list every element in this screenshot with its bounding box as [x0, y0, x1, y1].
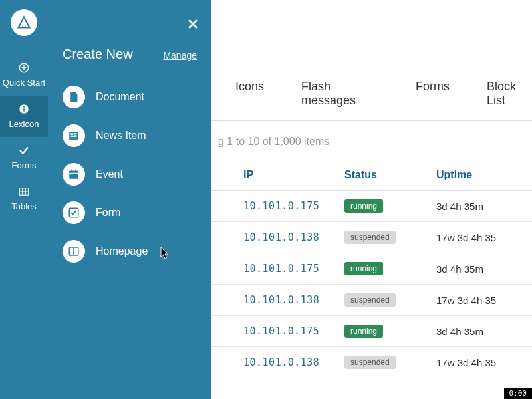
nav-label: Forms [12, 160, 37, 170]
cell-uptime: 17w 3d 4h 35 [436, 357, 532, 368]
nav-rail: Quick StartLexiconFormsTables [0, 0, 48, 399]
triangle-icon [17, 15, 31, 30]
main-content: IconsFlash messagesFormsBlock List g 1 t… [211, 0, 532, 399]
nav-label: Quick Start [3, 78, 45, 88]
svg-rect-12 [69, 171, 78, 173]
svg-point-3 [23, 106, 25, 108]
tab-icons[interactable]: Icons [235, 80, 264, 108]
cell-uptime: 3d 4h 35m [436, 263, 532, 275]
manage-link[interactable]: Manage [163, 50, 197, 61]
status-badge: suspended [344, 293, 396, 307]
cell-status: running [344, 325, 436, 338]
cell-uptime: 3d 4h 35m [436, 326, 532, 337]
columns-icon [63, 240, 85, 263]
close-icon[interactable] [188, 19, 198, 32]
plus-circle-icon [18, 61, 30, 74]
cell-status: suspended [344, 293, 436, 307]
th-status[interactable]: Status [344, 169, 436, 181]
create-item-label: Form [96, 207, 120, 219]
table-row[interactable]: 10.101.0.175running3d 4h 35m [211, 253, 532, 285]
svg-rect-5 [69, 132, 78, 140]
cell-status: running [344, 262, 436, 275]
th-uptime[interactable]: Uptime [436, 169, 532, 181]
app-logo[interactable] [11, 9, 37, 36]
cell-status: running [344, 200, 436, 213]
check-square-icon [63, 201, 85, 224]
cell-status: suspended [344, 231, 436, 244]
grid-icon [18, 185, 30, 198]
nav-label: Tables [11, 201, 37, 211]
cell-uptime: 17w 3d 4h 35 [436, 232, 532, 243]
cell-ip: 10.101.0.175 [211, 325, 344, 337]
create-item-label: Homepage [96, 245, 148, 257]
svg-rect-14 [71, 170, 72, 172]
nav-item-quick-start[interactable]: Quick Start [0, 55, 48, 96]
calendar-icon [63, 163, 85, 186]
cell-uptime: 3d 4h 35m [436, 201, 532, 212]
svg-rect-2 [23, 108, 25, 112]
cursor-icon [160, 247, 171, 263]
table-row[interactable]: 10.101.0.175running3d 4h 35m [211, 191, 532, 222]
info-circle-icon [18, 102, 30, 116]
table-row[interactable]: 10.101.0.138suspended17w 3d 4h 35 [211, 222, 532, 253]
svg-rect-6 [71, 133, 74, 135]
status-badge: running [344, 325, 383, 338]
create-item-label: Event [96, 168, 123, 180]
nav-item-forms[interactable]: Forms [0, 137, 48, 178]
cell-uptime: 17w 3d 4h 35 [436, 295, 532, 306]
svg-rect-8 [74, 135, 77, 136]
create-item-label: Document [96, 91, 144, 103]
svg-rect-13 [69, 173, 78, 174]
tab-flash-messages[interactable]: Flash messages [301, 80, 378, 108]
cell-ip: 10.101.0.138 [211, 356, 344, 368]
tabs: IconsFlash messagesFormsBlock List [211, 80, 532, 121]
status-badge: suspended [344, 356, 396, 369]
create-item-news-item[interactable]: News Item [63, 116, 200, 155]
table-header: IP Status Uptime [211, 162, 532, 191]
table-row[interactable]: 10.101.0.138suspended17w 3d 4h 35 [211, 285, 532, 316]
create-list: DocumentNews ItemEventFormHomepage [63, 78, 200, 271]
cell-ip: 10.101.0.175 [211, 263, 344, 275]
file-icon [63, 86, 85, 108]
svg-rect-10 [71, 138, 77, 138]
check-icon [18, 144, 30, 157]
th-ip[interactable]: IP [211, 169, 344, 181]
create-flyout: Create New Manage DocumentNews ItemEvent… [48, 0, 211, 399]
listing-caption: g 1 to 10 of 1,000 items [218, 136, 532, 148]
flyout-title: Create New [63, 47, 133, 62]
svg-rect-15 [75, 170, 76, 172]
table-body: 10.101.0.175running3d 4h 35m10.101.0.138… [211, 191, 532, 378]
nav-item-tables[interactable]: Tables [0, 178, 48, 219]
time-overlay: 0:00 [504, 388, 533, 399]
table-row[interactable]: 10.101.0.175running3d 4h 35m [211, 316, 532, 347]
svg-rect-7 [74, 133, 77, 134]
create-item-label: News Item [96, 130, 146, 142]
create-item-document[interactable]: Document [63, 78, 200, 116]
create-item-form[interactable]: Form [63, 194, 200, 232]
cell-status: suspended [344, 356, 436, 369]
nav-item-lexicon[interactable]: Lexicon [0, 96, 48, 137]
cell-ip: 10.101.0.138 [211, 231, 344, 243]
status-badge: running [344, 200, 383, 213]
cell-ip: 10.101.0.175 [211, 200, 344, 212]
news-icon [63, 124, 85, 147]
svg-rect-9 [71, 136, 77, 137]
create-item-event[interactable]: Event [63, 155, 200, 194]
status-badge: running [344, 262, 383, 275]
tab-forms[interactable]: Forms [416, 80, 450, 108]
tab-block-list[interactable]: Block List [487, 80, 532, 108]
create-item-homepage[interactable]: Homepage [63, 232, 200, 271]
status-badge: suspended [344, 231, 396, 244]
nav-label: Lexicon [9, 119, 39, 129]
table-row[interactable]: 10.101.0.138suspended17w 3d 4h 35 [211, 347, 532, 378]
cell-ip: 10.101.0.138 [211, 294, 344, 306]
